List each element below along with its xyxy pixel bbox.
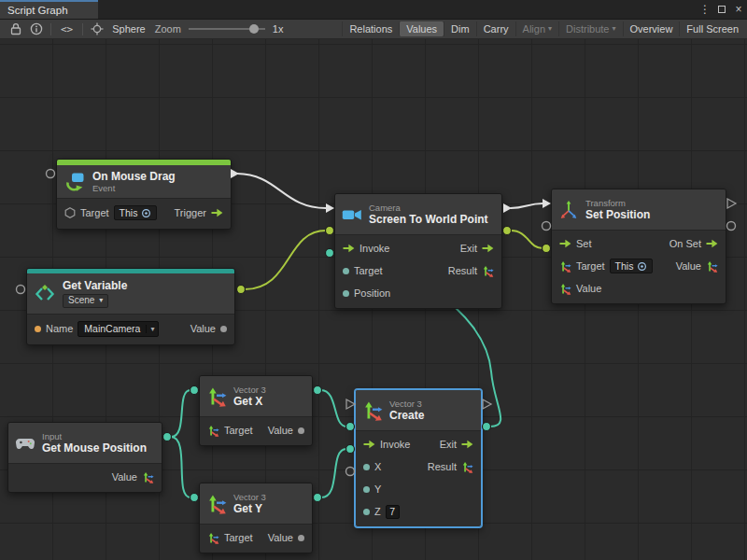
value-type-icon — [220, 326, 227, 332]
mouse-event-icon — [63, 171, 86, 193]
target-port-label: Target — [224, 425, 253, 436]
value-port-label: Value — [268, 532, 293, 543]
result-port-label: Result — [428, 461, 457, 472]
port-value-get-y[interactable] — [314, 494, 322, 502]
port-invoke-create[interactable] — [346, 399, 355, 409]
close-icon[interactable]: × — [730, 0, 747, 19]
port-result-screen-to-world[interactable] — [503, 227, 512, 235]
info-icon[interactable] — [30, 22, 43, 35]
wire-mouse-to-getx — [171, 390, 190, 437]
this-chip[interactable]: This — [610, 259, 654, 273]
node-category: Vector 3 — [389, 399, 424, 409]
values-button[interactable]: Values — [399, 21, 444, 36]
node-set-position[interactable]: Transform Set Position Set On Set Target… — [551, 189, 726, 304]
vector3-type-icon — [207, 425, 219, 437]
port-position-screen-to-world[interactable] — [326, 249, 334, 258]
vector3-type-icon — [343, 290, 349, 297]
flow-arrow-icon — [211, 208, 223, 217]
overview-button[interactable]: Overview — [623, 21, 680, 36]
port-exit-create[interactable] — [483, 399, 491, 409]
node-get-mouse-position[interactable]: Input Get Mouse Position Value — [7, 422, 162, 493]
graph-pointer-icon[interactable] — [91, 22, 104, 35]
transform-icon — [558, 200, 579, 220]
port-target-on-mouse-drag[interactable] — [47, 170, 55, 178]
value-port-label: Value — [112, 471, 137, 483]
float-type-icon — [363, 509, 370, 515]
port-trigger-on-mouse-drag[interactable] — [231, 169, 239, 178]
tab-script-graph[interactable]: Script Graph — [0, 0, 98, 19]
node-category: Camera — [369, 203, 488, 213]
node-title: Get X — [233, 395, 266, 408]
vector3-type-icon — [559, 283, 571, 295]
zoom-value: 1x — [273, 23, 284, 35]
port-name-get-variable[interactable] — [17, 286, 25, 294]
align-dropdown[interactable]: Align ▾ — [515, 21, 558, 36]
name-port-label: Name — [46, 323, 73, 334]
lock-icon[interactable] — [9, 22, 22, 35]
tab-title: Script Graph — [7, 5, 68, 16]
port-value-get-mouse-position[interactable] — [163, 433, 172, 441]
port-value-out-set-position[interactable] — [727, 222, 736, 231]
carry-button[interactable]: Carry — [476, 21, 515, 36]
node-get-variable[interactable]: Get Variable Scene ▾ Name MainCamera ▾ — [26, 268, 235, 345]
wire-gety-to-y — [321, 449, 346, 497]
zoom-label: Zoom — [155, 23, 181, 35]
exit-port-label: Exit — [440, 439, 457, 450]
on-set-port-label: On Set — [669, 238, 701, 249]
float-type-icon — [298, 535, 304, 541]
port-target-get-y[interactable] — [190, 494, 199, 502]
port-target-get-x[interactable] — [190, 386, 199, 395]
port-value-get-variable[interactable] — [237, 286, 246, 294]
node-category: Transform — [585, 198, 650, 208]
port-on-set-set-position[interactable] — [727, 199, 736, 208]
graph-canvas[interactable]: On Mouse Drag Event Target This Trigger — [0, 39, 747, 560]
vector3-icon — [461, 461, 473, 473]
node-screen-to-world-point[interactable]: Camera Screen To World Point Invoke Exit… — [334, 193, 502, 309]
menu-icon[interactable]: ⋮ — [697, 0, 713, 19]
port-z-create[interactable] — [346, 468, 355, 476]
result-port-label: Result — [448, 265, 477, 276]
gamepad-icon — [15, 433, 35, 454]
zoom-slider-handle[interactable] — [249, 24, 259, 34]
node-title: Set Position — [585, 208, 650, 221]
port-result-create[interactable] — [483, 423, 491, 431]
variable-scope-dropdown[interactable]: Scene ▾ — [63, 294, 108, 308]
zoom-slider[interactable] — [189, 22, 265, 35]
node-get-y[interactable]: Vector 3 Get Y Target Value — [199, 483, 313, 553]
vector3-icon — [206, 386, 227, 407]
vector3-icon — [142, 471, 154, 483]
port-set-set-position[interactable] — [543, 199, 551, 208]
node-title: Create — [389, 409, 424, 422]
node-title: Get Mouse Position — [42, 441, 147, 455]
port-invoke-screen-to-world[interactable] — [326, 203, 334, 213]
distribute-dropdown[interactable]: Distribute ▾ — [558, 21, 622, 36]
flow-arrow-icon — [706, 239, 718, 248]
port-value-in-set-position[interactable] — [543, 245, 551, 253]
target-port-label: Target — [80, 207, 109, 218]
relations-button[interactable]: Relations — [342, 21, 399, 36]
dim-button[interactable]: Dim — [444, 21, 476, 36]
variable-name-field[interactable]: MainCamera ▾ — [78, 321, 159, 337]
wire-variable-to-target — [245, 231, 326, 289]
code-view-icon[interactable]: <> — [61, 23, 73, 35]
node-vector3-create[interactable]: Vector 3 Create Invoke Exit X Result — [355, 389, 482, 527]
flow-arrow-icon — [559, 239, 571, 248]
port-value-get-x[interactable] — [314, 386, 322, 395]
port-exit-screen-to-world[interactable] — [503, 203, 512, 213]
z-value-field[interactable]: 7 — [386, 505, 400, 519]
port-target-screen-to-world[interactable] — [326, 227, 334, 235]
node-get-x[interactable]: Vector 3 Get X Target Value — [199, 375, 313, 446]
script-graph-window: Script Graph ⋮ × <> Sphere Zoom 1x Relat… — [0, 0, 747, 560]
node-on-mouse-drag[interactable]: On Mouse Drag Event Target This Trigger — [56, 159, 232, 230]
this-chip[interactable]: This — [114, 205, 158, 220]
vector3-icon — [482, 265, 494, 277]
full-screen-button[interactable]: Full Screen — [679, 21, 745, 36]
port-target-set-position[interactable] — [543, 222, 551, 231]
port-x-create[interactable] — [346, 423, 355, 431]
float-type-icon — [363, 486, 370, 493]
maximize-icon[interactable] — [713, 0, 730, 19]
node-category: Vector 3 — [233, 385, 266, 395]
graph-object-label[interactable]: Sphere — [112, 23, 145, 35]
wire-exit-to-set — [511, 203, 543, 208]
port-y-create[interactable] — [346, 445, 355, 454]
